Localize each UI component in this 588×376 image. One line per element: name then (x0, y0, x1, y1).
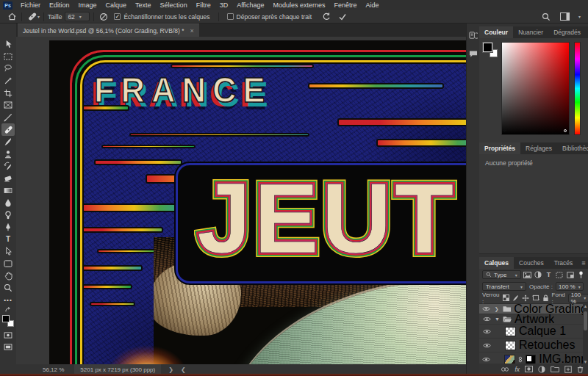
menu-filtre[interactable]: Filtre (192, 0, 215, 10)
remove-after-stroke-checkbox[interactable]: Déposer après chaque trait (227, 13, 312, 21)
shape-tool[interactable] (1, 258, 15, 270)
visibility-eye-icon[interactable] (481, 329, 492, 334)
reset-icon[interactable] (320, 12, 332, 22)
comments-panel-icon[interactable] (469, 50, 478, 58)
delete-layer-icon[interactable] (577, 366, 584, 373)
foreground-background-swatches[interactable] (2, 315, 14, 327)
new-adjustment-layer-icon[interactable] (538, 366, 545, 373)
tab-couches[interactable]: Couches (514, 257, 549, 269)
filter-type-layers-icon[interactable]: T (545, 270, 553, 279)
menu-selection[interactable]: Sélection (156, 0, 192, 10)
pen-tool[interactable] (1, 221, 15, 234)
status-prev-icon[interactable]: ❮ (181, 366, 186, 373)
tab-nuancier[interactable]: Nuancier (513, 26, 548, 38)
filter-pixel-layers-icon[interactable] (523, 270, 532, 279)
close-tab-icon[interactable]: × (190, 27, 194, 35)
menu-calque[interactable]: Calque (101, 0, 132, 10)
hand-tool[interactable] (1, 270, 15, 282)
eyedropper-tool[interactable] (1, 112, 15, 124)
menu-texte[interactable]: Texte (131, 0, 156, 10)
status-next-icon[interactable]: ❯ (168, 366, 173, 373)
tab-calques[interactable]: Calques (479, 257, 514, 269)
tool-preset-healing-brush-icon[interactable] (26, 12, 37, 22)
workspace-switcher-icon[interactable] (559, 12, 571, 22)
object-selection-tool[interactable] (1, 75, 15, 87)
move-tool[interactable] (1, 38, 15, 51)
path-selection-tool[interactable] (1, 245, 15, 258)
fill-select[interactable]: 100 %▾ (568, 294, 588, 303)
new-group-icon[interactable] (551, 366, 559, 372)
menu-modules-externes[interactable]: Modules externes (269, 0, 330, 10)
layer-style-fx-icon[interactable]: fx (514, 366, 520, 373)
history-brush-tool[interactable] (1, 160, 15, 173)
menu-edition[interactable]: Edition (45, 0, 74, 10)
gradient-tool[interactable] (1, 184, 15, 197)
tab-reglages[interactable]: Réglages (520, 142, 557, 154)
new-layer-icon[interactable] (564, 366, 572, 373)
lock-all-icon[interactable] (542, 294, 549, 303)
type-tool[interactable]: T (1, 234, 15, 246)
layer-row-img-bmp[interactable]: IMG.bmp (479, 352, 588, 364)
quick-mask-icon[interactable] (1, 329, 15, 341)
home-icon[interactable] (6, 12, 18, 22)
sample-all-layers-checkbox[interactable]: ✓ Échantillonner tous les calques (114, 13, 209, 21)
lock-position-icon[interactable] (522, 294, 529, 303)
blend-mode-select[interactable]: Transfert▾ (482, 282, 526, 291)
search-icon[interactable] (540, 12, 552, 22)
menu-fichier[interactable]: Fichier (16, 0, 45, 10)
layer-thumbnail[interactable] (504, 355, 515, 364)
group-expanded-chevron-icon[interactable]: ▼ (495, 317, 500, 322)
checkbox-checked-icon[interactable]: ✓ (114, 13, 121, 20)
dodge-tool[interactable] (1, 209, 15, 221)
lasso-tool[interactable] (1, 62, 15, 75)
layer-row-calque-1[interactable]: Calque 1 (479, 325, 588, 339)
menu-3d[interactable]: 3D (215, 0, 233, 10)
hue-slider[interactable] (574, 42, 581, 135)
zoom-tool[interactable] (1, 282, 15, 294)
size-select[interactable]: 62▾ (65, 12, 90, 21)
menu-aide[interactable]: Aide (362, 0, 384, 10)
group-collapsed-chevron-icon[interactable]: ❯ (495, 306, 500, 312)
tool-preset-caret-icon[interactable]: ▾ (37, 14, 40, 19)
checkbox-unchecked-icon[interactable] (227, 13, 234, 20)
visibility-eye-icon[interactable] (481, 357, 492, 362)
brush-tool[interactable] (1, 136, 15, 148)
scroll-down-icon[interactable]: ▼ (583, 360, 588, 364)
scrollbar-thumb[interactable] (584, 311, 587, 330)
tab-degrades[interactable]: Dégradés (548, 26, 586, 38)
lock-transparency-icon[interactable] (503, 294, 509, 303)
document-tab[interactable]: Jeutel in the World.psd @ 56,1% (Color G… (18, 24, 199, 37)
eraser-tool[interactable] (1, 173, 15, 185)
filter-adjustment-layers-icon[interactable] (534, 270, 542, 279)
foreground-swatch[interactable] (483, 43, 492, 52)
marquee-tool[interactable] (1, 51, 15, 63)
screen-mode-icon[interactable] (1, 341, 15, 354)
clone-stamp-tool[interactable] (1, 148, 15, 160)
menu-affichage[interactable]: Affichage (232, 0, 268, 10)
menu-fenetre[interactable]: Fenêtre (330, 0, 362, 10)
workspace-caret-icon[interactable]: ▾ (578, 14, 581, 19)
filter-type-select[interactable]: Type▾ (482, 270, 521, 279)
filter-toggle-icon[interactable] (576, 270, 585, 279)
saturation-brightness-field[interactable]: ✛ (501, 42, 570, 135)
add-mask-icon[interactable] (525, 366, 533, 372)
canvas-area[interactable]: FRANCE (16, 37, 466, 375)
visibility-eye-icon[interactable] (481, 317, 492, 322)
tab-bibliotheques[interactable]: Bibliothèques (557, 142, 588, 154)
lock-pixels-icon[interactable] (512, 294, 519, 303)
layers-scrollbar[interactable]: ▲ ▼ (583, 304, 588, 364)
swap-colors-icon[interactable] (1, 306, 15, 314)
tab-traces[interactable]: Tracés (549, 257, 578, 269)
mask-link-icon[interactable] (518, 356, 523, 363)
layer-row-retouches[interactable]: Retouches (479, 339, 588, 352)
visibility-eye-icon[interactable] (481, 343, 492, 348)
tab-proprietes[interactable]: Propriétés (479, 142, 520, 154)
filter-smart-objects-icon[interactable] (566, 270, 575, 279)
spot-healing-brush-tool[interactable] (1, 123, 15, 136)
panel-menu-icon[interactable]: ≡ (578, 257, 588, 269)
layer-row-artwork[interactable]: ▼ Artwork (479, 314, 588, 325)
edit-toolbar-icon[interactable]: ••• (1, 294, 15, 306)
scroll-up-icon[interactable]: ▲ (583, 304, 588, 308)
commit-check-icon[interactable] (337, 12, 348, 22)
sampling-ring-icon[interactable] (98, 12, 110, 22)
